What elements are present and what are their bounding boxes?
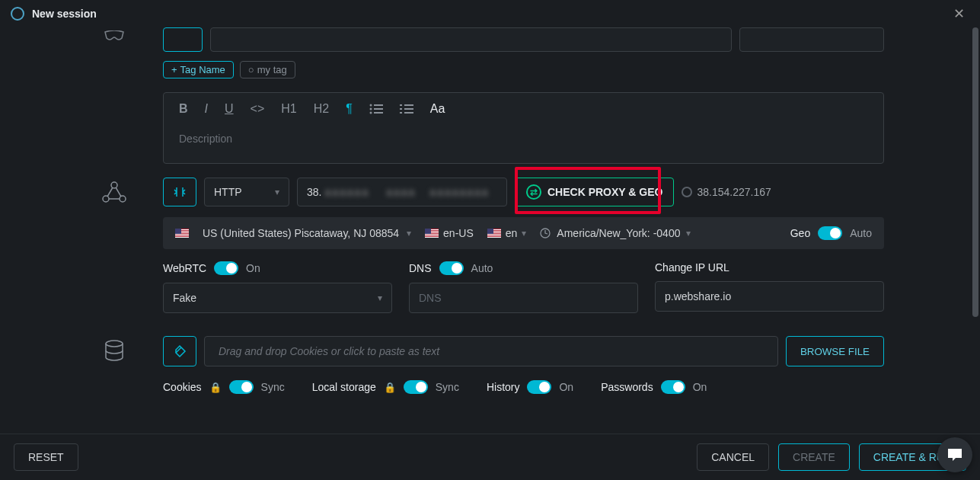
geo-location-select[interactable]: US (United States) Piscataway, NJ 08854 …: [203, 227, 411, 239]
cookies-sync-toggle[interactable]: [229, 380, 254, 394]
us-flag-icon: [175, 229, 189, 238]
proxy-blurred-3: aaaaaaaa: [429, 186, 489, 198]
chevron-down-icon: ▾: [522, 228, 526, 238]
code-icon[interactable]: <>: [251, 102, 265, 116]
underline-icon[interactable]: U: [225, 102, 234, 116]
chevron-down-icon: ▾: [275, 187, 279, 197]
cancel-button[interactable]: CANCEL: [697, 443, 769, 471]
dns-input[interactable]: DNS: [409, 283, 638, 313]
svg-rect-11: [404, 112, 413, 114]
us-flag-icon: [487, 229, 501, 238]
geo-lang1-value: en-US: [443, 227, 474, 239]
lock-icon: 🔒: [384, 382, 396, 393]
paragraph-icon[interactable]: ¶: [346, 102, 353, 116]
svg-rect-1: [374, 104, 383, 106]
svg-rect-8: [400, 108, 402, 110]
geo-timezone-select[interactable]: America/New_York: -0400 ▾: [540, 227, 691, 239]
localstorage-toggle[interactable]: [404, 380, 428, 394]
svg-point-14: [120, 196, 126, 202]
webrtc-toggle[interactable]: [214, 261, 238, 275]
browse-file-button[interactable]: BROWSE FILE: [786, 336, 884, 366]
proxy-address-input[interactable]: 38. aaaaaa aaaa aaaaaaaa: [297, 178, 507, 206]
cookies-clear-button[interactable]: [163, 336, 196, 366]
cookies-drop-input[interactable]: Drag and drop Cookies or click to paste …: [204, 336, 778, 366]
passwords-toggle[interactable]: [661, 380, 685, 394]
svg-point-13: [103, 196, 109, 202]
webrtc-select[interactable]: Fake ▾: [163, 283, 392, 313]
geo-bar: US (United States) Piscataway, NJ 08854 …: [163, 217, 884, 249]
modal-title: New session: [32, 8, 97, 20]
svg-rect-9: [404, 108, 413, 110]
changeip-input[interactable]: p.webshare.io: [655, 281, 884, 312]
history-toggle[interactable]: [527, 380, 551, 394]
svg-rect-10: [400, 112, 402, 114]
modal-header: New session ✕: [0, 0, 980, 27]
svg-line-16: [116, 187, 121, 197]
app-logo-icon: [11, 7, 24, 21]
dns-status: Auto: [471, 262, 493, 274]
create-button[interactable]: CREATE: [778, 443, 850, 471]
passwords-status: On: [693, 381, 707, 393]
svg-point-12: [111, 182, 117, 188]
close-icon[interactable]: ✕: [949, 4, 969, 24]
h2-icon[interactable]: H2: [314, 102, 329, 116]
svg-line-15: [107, 187, 113, 197]
modal-content: + Tag Name ○ my tag B I U <> H1: [0, 27, 980, 439]
italic-icon[interactable]: I: [205, 102, 208, 116]
chevron-down-icon: ▾: [407, 228, 411, 238]
modal-footer: RESET CANCEL CREATE CREATE & RUN: [0, 434, 980, 480]
proxy-prefix: 38.: [307, 186, 321, 198]
network-icon: [101, 181, 127, 203]
session-secondary-input[interactable]: [739, 27, 884, 52]
geo-lang1-select[interactable]: en-US: [425, 227, 474, 239]
svg-rect-6: [400, 104, 402, 106]
dns-label: DNS: [409, 262, 432, 274]
session-type-pill[interactable]: [163, 27, 203, 52]
webrtc-status: On: [246, 262, 260, 274]
proxy-protocol-select[interactable]: HTTP ▾: [204, 178, 289, 206]
svg-rect-5: [374, 112, 383, 114]
us-flag-icon: [425, 229, 439, 238]
history-label: History: [487, 381, 520, 393]
geo-auto-toggle[interactable]: [818, 226, 842, 240]
tag-mytag[interactable]: ○ my tag: [240, 61, 295, 78]
scrollbar[interactable]: [972, 27, 978, 317]
numbered-list-icon[interactable]: [400, 104, 413, 114]
plus-icon: +: [171, 64, 177, 75]
bullet-list-icon[interactable]: [369, 104, 383, 114]
add-tag-label: Tag Name: [180, 64, 225, 75]
proxy-protocol-value: HTTP: [214, 186, 242, 198]
dns-toggle[interactable]: [439, 261, 464, 275]
circle-icon: ○: [248, 64, 254, 75]
chat-bubble-button[interactable]: [937, 437, 972, 472]
proxy-toggle-button[interactable]: [163, 178, 196, 206]
tag-label: my tag: [257, 64, 287, 75]
check-proxy-label: CHECK PROXY & GEO: [547, 186, 662, 198]
localstorage-label: Local storage: [312, 381, 376, 393]
cookies-sync-label: Cookies: [163, 381, 202, 393]
session-name-input[interactable]: [210, 27, 732, 52]
sync-icon: ⇄: [526, 184, 541, 200]
cookies-placeholder: Drag and drop Cookies or click to paste …: [219, 345, 439, 357]
proxy-blurred-1: aaaaaa: [324, 186, 369, 198]
description-textarea[interactable]: Description: [164, 125, 883, 163]
geo-lang2-select[interactable]: en ▾: [487, 227, 527, 239]
webrtc-field: WebRTC On Fake ▾: [163, 261, 392, 313]
passwords-label: Passwords: [601, 381, 653, 393]
geo-location-value: US (United States) Piscataway, NJ 08854: [203, 227, 399, 239]
check-proxy-button[interactable]: ⇄ CHECK PROXY & GEO: [515, 178, 674, 206]
text-style-icon[interactable]: Aa: [430, 102, 445, 116]
proxy-blurred-2: aaaa: [386, 186, 416, 198]
bold-icon[interactable]: B: [179, 102, 188, 116]
reset-button[interactable]: RESET: [14, 443, 78, 471]
svg-rect-3: [374, 108, 383, 110]
description-editor: B I U <> H1 H2 ¶ Aa: [163, 92, 884, 164]
h1-icon[interactable]: H1: [281, 102, 296, 116]
dns-field: DNS Auto DNS: [409, 261, 638, 313]
changeip-label: Change IP URL: [655, 261, 729, 274]
add-tag-button[interactable]: + Tag Name: [163, 61, 234, 78]
webrtc-label: WebRTC: [163, 262, 206, 274]
proxy-ip-value: 38.154.227.167: [697, 186, 771, 198]
chevron-down-icon: ▾: [686, 228, 691, 238]
clock-icon: [540, 228, 551, 238]
